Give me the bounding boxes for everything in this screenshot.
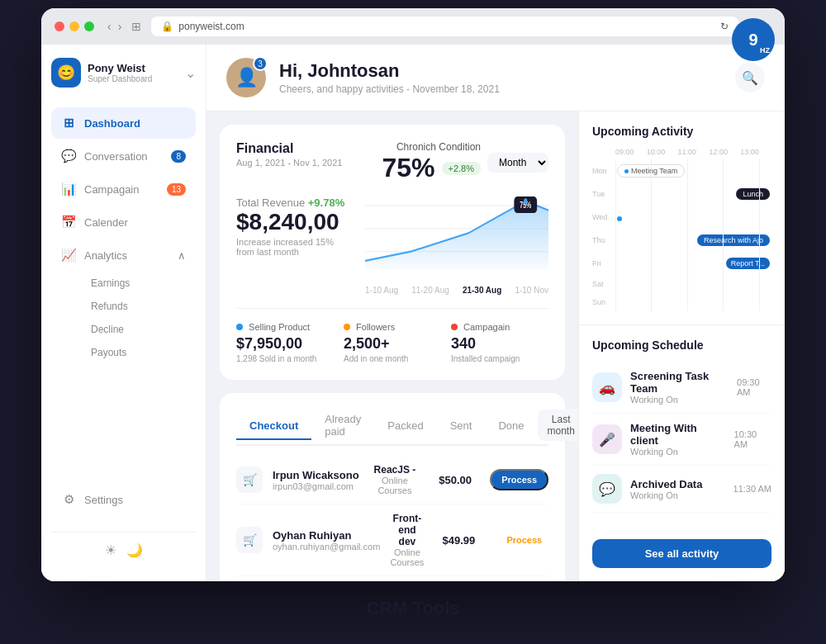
checkout-icon-1: 🛒 xyxy=(236,466,263,493)
refresh-icon[interactable]: ↻ xyxy=(720,21,729,32)
chronich-change: +2.8% xyxy=(442,162,482,175)
earnings-label: Earnings xyxy=(91,277,130,289)
sidebar-toggle[interactable]: ⌄ xyxy=(185,65,196,81)
sidebar-item-conversation[interactable]: 💬 Conversation 8 xyxy=(51,140,196,172)
tab-checkout[interactable]: Checkout xyxy=(236,413,311,440)
cal-row-thu: Thu Research with Ajo xyxy=(592,229,771,252)
sidebar-item-settings[interactable]: ⚙ Settings xyxy=(51,484,196,515)
last-month-button[interactable]: Last month xyxy=(538,410,578,441)
sidebar-item-payouts[interactable]: Payouts xyxy=(81,342,196,363)
dark-mode-icon[interactable]: 🌙 xyxy=(126,542,143,558)
financial-chart: 75% xyxy=(365,197,548,279)
schedule-sub-3: Working On xyxy=(630,490,702,500)
checkout-icon-2: 🛒 xyxy=(236,527,263,553)
tab-already-paid[interactable]: Already paid xyxy=(311,406,374,446)
browser-chrome: ‹ › ⊞ 🔒 ponyweist.com ↻ ⬆ + xyxy=(41,8,785,45)
revenue-note: Increase increased 15% from last month xyxy=(236,237,352,257)
main-header: 👤 3 Hi, Johntosan Cheers, and happy acti… xyxy=(206,45,785,111)
light-mode-icon[interactable]: ☀ xyxy=(105,542,116,558)
minimize-dot[interactable] xyxy=(69,21,79,31)
chart-wrapper: 75% 1-10 Aug 11-20 Aug 21-30 Aug 1-10 No… xyxy=(365,197,548,295)
schedule-time-3: 11:30 AM xyxy=(733,484,771,494)
schedule-title-3: Archived Data xyxy=(630,478,702,490)
revenue-label: Total Revenue +9.78% xyxy=(236,197,352,209)
decline-label: Decline xyxy=(91,324,124,335)
right-panel: Upcoming Activity 09:00 10:00 11:00 12:0… xyxy=(578,111,785,581)
sidebar-item-analytics[interactable]: 📈 Analytics ∧ xyxy=(51,239,196,271)
checkout-user-1: Irpun Wicaksono irpun03@gmail.com xyxy=(273,469,359,491)
dashboard-icon: ⊞ xyxy=(61,116,76,130)
sidebar-item-decline[interactable]: Decline xyxy=(81,319,196,340)
chart-x-label-2: 11-20 Aug xyxy=(411,286,449,295)
sidebar-nav: ⊞ Dashboard 💬 Conversation 8 📊 Campagain… xyxy=(51,107,196,484)
grid-line-2 xyxy=(651,159,652,311)
forward-button[interactable]: › xyxy=(118,20,122,33)
browser-window: ‹ › ⊞ 🔒 ponyweist.com ↻ ⬆ + 😊 xyxy=(41,8,785,581)
schedule-title-2: Meeting With client xyxy=(630,422,726,447)
stat-sub: Add in one month xyxy=(344,354,441,363)
sidebar-item-campaign[interactable]: 📊 Campagain 13 xyxy=(51,173,196,205)
schedule-title-1: Screening Task Team xyxy=(630,370,729,395)
sidebar-header: 😊 Pony Weist Super Dashboard ⌄ xyxy=(51,58,196,88)
stat-dot xyxy=(236,324,243,330)
tab-packed[interactable]: Packed xyxy=(374,413,436,440)
stats-row: Selling Product $7,950,00 1,298 Sold in … xyxy=(236,308,548,363)
time-header: 09:00 10:00 11:00 12:00 13:00 xyxy=(592,148,771,156)
app-container: 😊 Pony Weist Super Dashboard ⌄ ⊞ Dashboa… xyxy=(41,45,785,581)
month-select[interactable]: Month xyxy=(487,153,548,173)
campaign-badge: 13 xyxy=(167,183,186,196)
checkout-status-1[interactable]: Process xyxy=(490,469,548,490)
sidebar-item-earnings[interactable]: Earnings xyxy=(81,272,196,294)
see-all-button[interactable]: See all activity xyxy=(592,539,771,568)
cal-row-fri: Fri Report T... xyxy=(592,252,771,275)
sidebar-item-label: Analytics xyxy=(84,249,127,262)
upcoming-schedule-section: Upcoming Schedule 🚗 Screening Task Team … xyxy=(579,325,785,539)
maximize-dot[interactable] xyxy=(84,21,94,31)
settings-label: Settings xyxy=(84,494,123,506)
wed-dot xyxy=(617,216,622,221)
stat-campaign: Campagain 340 Installed campaign xyxy=(451,322,548,363)
payouts-label: Payouts xyxy=(91,347,126,358)
lock-icon: 🔒 xyxy=(161,21,173,32)
schedule-icon-2: 🎤 xyxy=(592,424,622,454)
logo-name: Pony Weist xyxy=(88,62,152,74)
schedule-item-screening: 🚗 Screening Task Team Working On 09:30 A… xyxy=(592,362,771,414)
sidebar-item-calendar[interactable]: 📅 Calender xyxy=(51,206,196,238)
tab-icon: ⊞ xyxy=(131,20,141,33)
event-report: Report T... xyxy=(726,258,770,269)
address-bar[interactable]: 🔒 ponyweist.com ↻ xyxy=(151,17,738,36)
schedule-item-archived: 💬 Archived Data Working On 11:30 AM xyxy=(592,466,771,513)
page-footer: CRM Tools xyxy=(41,581,785,636)
logo-role: Super Dashboard xyxy=(88,74,152,83)
grid-line-4 xyxy=(723,159,724,311)
checkout-card: Checkout Already paid Packed Sent Done L… xyxy=(220,393,565,581)
cal-row-mon: Mon Meeting Team xyxy=(592,159,771,182)
checkout-status-2: Process xyxy=(493,531,551,549)
financial-title: Financial xyxy=(236,141,342,156)
sidebar-item-dashboard[interactable]: ⊞ Dashboard xyxy=(51,107,196,139)
upcoming-activity-section: Upcoming Activity 09:00 10:00 11:00 12:0… xyxy=(579,111,785,325)
svg-point-5 xyxy=(524,198,527,204)
cal-row-tue: Tue Lunch xyxy=(592,182,771,206)
financial-top: Financial Aug 1, 2021 - Nov 1, 2021 Chro… xyxy=(236,141,548,183)
campaign-icon: 📊 xyxy=(61,182,76,197)
refunds-label: Refunds xyxy=(91,301,128,312)
back-button[interactable]: ‹ xyxy=(107,20,112,33)
stat-label: Campagain xyxy=(451,322,548,332)
close-dot[interactable] xyxy=(55,21,64,31)
conversation-badge: 8 xyxy=(171,150,186,163)
sidebar-item-refunds[interactable]: Refunds xyxy=(81,296,196,317)
tab-sent[interactable]: Sent xyxy=(437,413,486,440)
schedule-icon-3: 💬 xyxy=(592,474,622,504)
chart-x-label-3: 21-30 Aug xyxy=(463,286,501,295)
tab-done[interactable]: Done xyxy=(485,413,537,440)
sidebar-item-label: Calender xyxy=(84,216,128,229)
stat-value: 2,500+ xyxy=(344,335,441,353)
activity-calendar: 09:00 10:00 11:00 12:00 13:00 xyxy=(592,148,771,311)
footer-label: CRM Tools xyxy=(366,598,459,618)
search-button[interactable]: 🔍 xyxy=(735,63,765,92)
analytics-icon: 📈 xyxy=(61,248,76,263)
logo-icon: 😊 xyxy=(51,58,81,88)
revenue-section: Total Revenue +9.78% $8,240,00 Increase … xyxy=(236,197,352,295)
conversation-icon: 💬 xyxy=(61,149,76,163)
